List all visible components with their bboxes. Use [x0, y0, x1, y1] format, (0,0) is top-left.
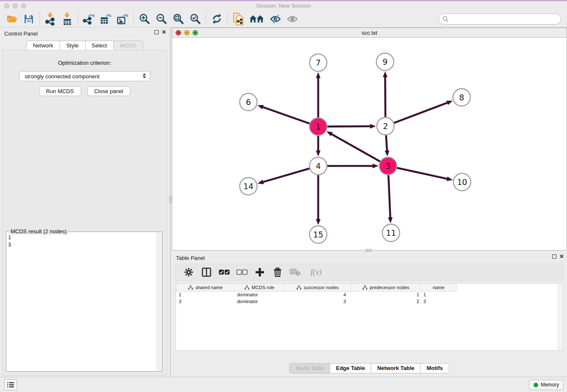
tab-edge-table[interactable]: Edge Table: [330, 363, 371, 373]
close-panel-button[interactable]: Close panel: [87, 86, 131, 96]
export-table-button[interactable]: [97, 12, 114, 26]
mcds-result-scrollbar[interactable]: [157, 232, 162, 371]
network-window-titlebar[interactable]: × − + scc.txt: [172, 28, 567, 38]
table-row[interactable]: 3dominator323: [176, 298, 457, 305]
graph-edge-4-15[interactable]: [316, 175, 321, 225]
delete-button[interactable]: [270, 266, 286, 279]
column-header-predecessor-nodes[interactable]: predecessor nodes: [351, 284, 421, 291]
graph-node-8[interactable]: 8: [453, 89, 471, 106]
network-graph[interactable]: 7968124314101511: [172, 38, 567, 251]
search-input[interactable]: [438, 14, 561, 25]
hide-panels-button[interactable]: [247, 12, 267, 26]
tab-motifs[interactable]: Motifs: [421, 363, 449, 373]
deselect-all-icon: [237, 269, 248, 275]
zoom-fit-button[interactable]: [170, 12, 187, 26]
table-scrollbar[interactable]: [558, 284, 563, 350]
export-network-icon: [83, 13, 95, 25]
float-panel-icon[interactable]: [154, 30, 159, 34]
delete-column-button[interactable]: [287, 266, 303, 279]
network-canvas[interactable]: 7968124314101511: [172, 38, 567, 250]
export-network-button[interactable]: [80, 12, 97, 26]
graph-edge-1-6[interactable]: [257, 105, 309, 124]
network-file-button[interactable]: [230, 12, 247, 26]
graph-edge-3-11[interactable]: [388, 175, 393, 223]
column-header-shared-name[interactable]: shared name: [176, 284, 235, 291]
node-table-wrap: shared nameMCDS rolesuccessor nodesprede…: [176, 283, 563, 351]
import-table-button[interactable]: [59, 12, 76, 26]
show-column-button[interactable]: [198, 266, 215, 279]
deselect-all-button[interactable]: [234, 266, 250, 279]
run-mcds-button[interactable]: Run MCDS: [39, 86, 81, 96]
cell-predecessor-nodes[interactable]: 2: [351, 298, 421, 305]
tab-node-table[interactable]: Node Table: [289, 363, 330, 373]
cell-predecessor-nodes[interactable]: 1: [351, 291, 421, 298]
optimization-criterion-select[interactable]: strongly connected component: [19, 71, 150, 81]
show-hide-style-button[interactable]: [267, 12, 284, 26]
select-all-button[interactable]: [216, 266, 232, 279]
add-button[interactable]: [252, 266, 268, 279]
cell-successor-nodes[interactable]: 3: [284, 298, 351, 305]
zoom-selected-button[interactable]: [187, 12, 204, 26]
cell-MCDS-role[interactable]: dominator: [235, 298, 284, 305]
graph-node-6[interactable]: 6: [240, 94, 257, 111]
horizontal-splitter-handle[interactable]: [366, 249, 372, 252]
toolbar-separator: [39, 13, 40, 25]
close-panel-icon[interactable]: ×: [162, 30, 166, 34]
column-header-MCDS-role[interactable]: MCDS role: [235, 284, 284, 291]
graph-node-9[interactable]: 9: [377, 53, 394, 71]
column-header-successor-nodes[interactable]: successor nodes: [284, 284, 351, 291]
svg-text:11: 11: [386, 228, 396, 237]
fx-icon: f(x): [311, 268, 322, 277]
cell-name[interactable]: 1: [421, 291, 457, 298]
tab-select[interactable]: Select: [85, 41, 114, 51]
cell-MCDS-role[interactable]: dominator: [235, 291, 284, 298]
graph-node-10[interactable]: 10: [454, 174, 471, 191]
import-network-icon: [44, 13, 56, 25]
column-header-name[interactable]: name: [421, 284, 457, 291]
tab-network-table[interactable]: Network Table: [371, 363, 421, 373]
graph-edge-1-7[interactable]: [316, 72, 321, 118]
cell-shared-name[interactable]: 1: [176, 291, 235, 298]
memory-button[interactable]: Memory: [529, 380, 564, 390]
show-graphics-button[interactable]: [284, 12, 301, 26]
mcds-result-text[interactable]: 1 3: [8, 232, 156, 371]
zoom-in-button[interactable]: [136, 12, 153, 26]
cell-name[interactable]: 3: [421, 298, 457, 305]
function-builder-button[interactable]: f(x): [305, 266, 327, 279]
graph-node-14[interactable]: 14: [240, 178, 257, 195]
graph-node-3[interactable]: 3: [380, 157, 397, 175]
tab-style[interactable]: Style: [60, 41, 85, 51]
graph-edge-4-14[interactable]: [258, 168, 310, 184]
zoom-out-button[interactable]: [153, 12, 170, 26]
table-settings-button[interactable]: [181, 266, 197, 279]
cell-successor-nodes[interactable]: 4: [284, 291, 351, 298]
graph-node-2[interactable]: 2: [377, 118, 394, 135]
graph-node-15[interactable]: 15: [310, 226, 327, 243]
main-toolbar: [0, 11, 567, 28]
save-session-button[interactable]: [20, 12, 37, 26]
graph-edge-3-10[interactable]: [397, 168, 453, 181]
graph-edge-3-1[interactable]: [327, 131, 380, 161]
export-image-button[interactable]: [114, 12, 131, 26]
open-session-button[interactable]: [3, 12, 20, 26]
graph-edge-1-2[interactable]: [327, 124, 376, 129]
graph-node-4[interactable]: 4: [310, 157, 327, 175]
graph-edge-1-4[interactable]: [316, 136, 321, 157]
graph-node-11[interactable]: 11: [383, 224, 400, 242]
graph-node-1[interactable]: 1: [310, 118, 327, 135]
table-row[interactable]: 1dominator411: [176, 291, 457, 298]
import-network-button[interactable]: [42, 12, 59, 26]
refresh-button[interactable]: [208, 12, 225, 26]
task-history-button[interactable]: [4, 379, 17, 390]
graph-edge-4-3[interactable]: [328, 164, 379, 168]
tab-network[interactable]: Network: [26, 41, 60, 51]
export-image-icon: [116, 13, 129, 25]
tab-mcds[interactable]: MCDS: [114, 41, 143, 51]
close-table-panel-icon[interactable]: ×: [560, 254, 564, 259]
float-table-panel-icon[interactable]: [552, 254, 556, 259]
graph-edge-2-3[interactable]: [385, 135, 389, 156]
graph-edge-2-9[interactable]: [383, 71, 388, 117]
cell-shared-name[interactable]: 3: [176, 298, 235, 305]
graph-edge-2-8[interactable]: [394, 101, 453, 123]
graph-node-7[interactable]: 7: [310, 54, 327, 72]
